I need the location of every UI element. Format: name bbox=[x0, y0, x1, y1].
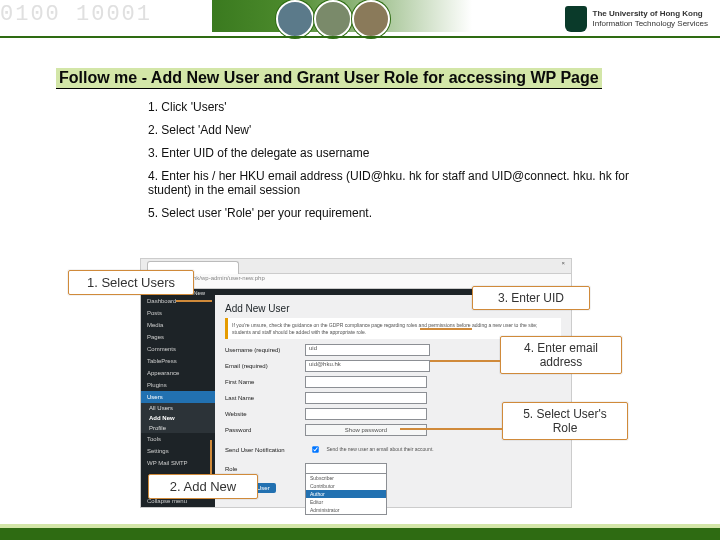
role-opt-contributor[interactable]: Contributor bbox=[306, 482, 386, 490]
checkbox-notify[interactable] bbox=[312, 446, 319, 453]
pointer-5 bbox=[400, 428, 502, 430]
footer-bar bbox=[0, 528, 720, 540]
browser-tabstrip: × bbox=[141, 259, 571, 274]
menu-mailsmtp[interactable]: WP Mail SMTP bbox=[141, 457, 215, 469]
label-role: Role bbox=[225, 466, 305, 472]
menu-tools[interactable]: Tools bbox=[141, 433, 215, 445]
menu-settings[interactable]: Settings bbox=[141, 445, 215, 457]
role-dropdown: Subscriber Contributor Author Editor Adm… bbox=[305, 473, 387, 515]
label-website: Website bbox=[225, 411, 305, 417]
input-website[interactable] bbox=[305, 408, 427, 420]
step-1: 1. Click 'Users' bbox=[148, 100, 640, 114]
label-password: Password bbox=[225, 427, 305, 433]
org-line1: The University of Hong Kong bbox=[593, 9, 708, 19]
role-opt-editor[interactable]: Editor bbox=[306, 498, 386, 506]
menu-users[interactable]: Users bbox=[141, 391, 215, 403]
binary-deco: 0100 10001 bbox=[0, 4, 152, 26]
wp-main-panel: Add New User If you're unsure, check the… bbox=[215, 295, 571, 507]
step-4: 4. Enter his / her HKU email address (UI… bbox=[148, 169, 640, 197]
label-email: Email (required) bbox=[225, 363, 305, 369]
slide-title: Follow me - Add New User and Grant User … bbox=[56, 68, 602, 89]
menu-appearance[interactable]: Appearance bbox=[141, 367, 215, 379]
callout-2: 2. Add New bbox=[148, 474, 258, 499]
notify-text: Send the new user an email about their a… bbox=[326, 446, 433, 452]
label-notify: Send User Notification bbox=[225, 447, 305, 453]
hku-shield-icon bbox=[565, 6, 587, 32]
pointer-3 bbox=[420, 328, 472, 330]
instruction-list: 1. Click 'Users' 2. Select 'Add New' 3. … bbox=[148, 100, 640, 229]
label-last: Last Name bbox=[225, 395, 305, 401]
step-5: 5. Select user 'Role' per your requireme… bbox=[148, 206, 640, 220]
org-line2: Information Technology Services bbox=[593, 19, 708, 29]
header-photo-2 bbox=[314, 0, 352, 38]
input-last[interactable] bbox=[305, 392, 427, 404]
label-first: First Name bbox=[225, 379, 305, 385]
callout-1: 1. Select Users bbox=[68, 270, 194, 295]
callout-3: 3. Enter UID bbox=[472, 286, 590, 310]
callout-4: 4. Enter email address bbox=[500, 336, 622, 374]
menu-tablepress[interactable]: TablePress bbox=[141, 355, 215, 367]
pointer-2 bbox=[210, 440, 212, 474]
input-email[interactable]: uid@hku.hk bbox=[305, 360, 430, 372]
select-role[interactable]: Subscriber Contributor Author Editor Adm… bbox=[305, 463, 385, 475]
submenu-all-users[interactable]: All Users bbox=[141, 403, 215, 413]
submenu-add-new[interactable]: Add New bbox=[141, 413, 215, 423]
slide-header: 0100 10001 The University of Hong Kong I… bbox=[0, 0, 720, 38]
header-rule bbox=[0, 36, 720, 38]
menu-plugins[interactable]: Plugins bbox=[141, 379, 215, 391]
submenu-profile[interactable]: Profile bbox=[141, 423, 215, 433]
menu-media[interactable]: Media bbox=[141, 319, 215, 331]
input-username[interactable]: uid bbox=[305, 344, 430, 356]
role-opt-author[interactable]: Author bbox=[306, 490, 386, 498]
hku-its-logo: The University of Hong Kong Information … bbox=[565, 6, 708, 32]
step-2: 2. Select 'Add New' bbox=[148, 123, 640, 137]
menu-pages[interactable]: Pages bbox=[141, 331, 215, 343]
role-opt-subscriber[interactable]: Subscriber bbox=[306, 474, 386, 482]
menu-posts[interactable]: Posts bbox=[141, 307, 215, 319]
callout-5: 5. Select User's Role bbox=[502, 402, 628, 440]
close-icon[interactable]: × bbox=[561, 260, 565, 266]
menu-comments[interactable]: Comments bbox=[141, 343, 215, 355]
step-3: 3. Enter UID of the delegate as username bbox=[148, 146, 640, 160]
header-photo-1 bbox=[276, 0, 314, 38]
pointer-1 bbox=[176, 300, 212, 302]
header-photo-3 bbox=[352, 0, 390, 38]
pointer-4 bbox=[430, 360, 500, 362]
role-opt-admin[interactable]: Administrator bbox=[306, 506, 386, 514]
button-show-password[interactable]: Show password bbox=[305, 424, 427, 436]
label-username: Username (required) bbox=[225, 347, 305, 353]
input-first[interactable] bbox=[305, 376, 427, 388]
